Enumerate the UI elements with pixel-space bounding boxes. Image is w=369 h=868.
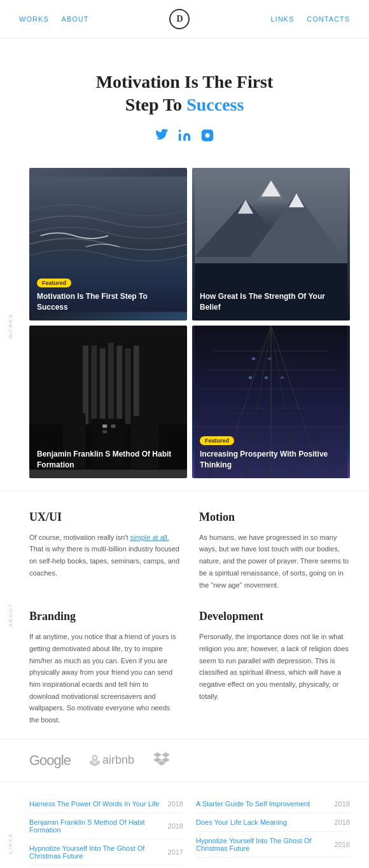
nav-contacts[interactable]: Contacts: [307, 15, 350, 23]
svg-rect-17: [102, 424, 107, 427]
about-uxui-body: Of course, motivation really isn't simpl…: [29, 532, 180, 579]
links-grid: Harness The Power Of Words In Your Life …: [29, 795, 350, 868]
about-motion-heading: Motion: [199, 511, 350, 524]
card-belief-content: How Great Is The Strength Of Your Belief: [200, 291, 342, 313]
svg-rect-10: [116, 345, 122, 430]
svg-rect-11: [125, 348, 131, 427]
twitter-icon[interactable]: [155, 128, 169, 142]
nav-about[interactable]: About: [62, 15, 89, 23]
navigation: Works About D Links Contacts: [0, 0, 369, 39]
link-row: A Starter Guide To Self Improvement 2018: [196, 795, 350, 813]
about-development-body: Personally, the importance does not lie …: [199, 631, 350, 702]
link-r1[interactable]: A Starter Guide To Self Improvement: [196, 800, 310, 808]
svg-point-0: [179, 130, 181, 132]
works-right-col: How Great Is The Strength Of Your Belief: [192, 168, 350, 478]
svg-rect-44: [268, 357, 271, 360]
works-label: WORKS: [8, 313, 13, 339]
svg-rect-45: [249, 376, 252, 379]
about-development-heading: Development: [199, 610, 350, 623]
card-motivation-content: Featured Motivation Is The First Step To…: [29, 270, 187, 320]
svg-marker-49: [162, 752, 170, 757]
featured-badge-1: Featured: [37, 279, 71, 287]
link-1-year: 2018: [168, 800, 183, 808]
about-branding-heading: Branding: [29, 610, 180, 623]
link-row: Hypnotize Yourself Into The Ghost Of Chr…: [29, 839, 183, 865]
links-right-col: A Starter Guide To Self Improvement 2018…: [196, 795, 350, 868]
hero-social-icons: [19, 128, 350, 142]
hero-section: Motivation Is The First Step To Success: [0, 39, 369, 162]
card-belief-title: How Great Is The Strength Of Your Belief: [200, 291, 342, 313]
about-development: Development Personally, the importance d…: [199, 610, 350, 726]
svg-rect-6: [83, 345, 88, 424]
link-r3-year: 2016: [335, 841, 350, 848]
svg-rect-18: [111, 424, 115, 427]
about-uxui: UX/UI Of course, motivation really isn't…: [29, 511, 180, 591]
card-prosperity-content: Featured Increasing Prosperity With Posi…: [192, 427, 350, 478]
about-label: ABOUT: [8, 603, 13, 627]
links-section: LINKS Harness The Power Of Words In Your…: [0, 782, 369, 868]
logos-section: Google airbnb: [0, 739, 369, 782]
works-section: WORKS: [0, 162, 369, 491]
links-left-col: Harness The Power Of Words In Your Life …: [29, 795, 183, 868]
link-2-year: 2018: [168, 822, 183, 830]
about-motion: Motion As humans, we have progressed in …: [199, 511, 350, 591]
link-r2-year: 2018: [335, 818, 350, 826]
dropbox-logo: [153, 752, 170, 769]
about-branding: Branding If at anytime, you notice that …: [29, 610, 180, 726]
nav-links[interactable]: Links: [271, 15, 295, 23]
linkedin-icon[interactable]: [178, 128, 191, 142]
airbnb-logo: airbnb: [90, 754, 134, 767]
dropbox-icon: [153, 752, 170, 766]
hero-accent: Success: [186, 95, 244, 114]
nav-right: Links Contacts: [271, 15, 350, 23]
link-1[interactable]: Harness The Power Of Words In Your Life: [29, 800, 159, 808]
link-row: Self Motivation How To Keep Yourself Mot…: [29, 865, 183, 868]
airbnb-icon: [90, 755, 100, 766]
about-branding-body: If at anytime, you notice that a friend …: [29, 631, 180, 726]
nav-works[interactable]: Works: [19, 15, 49, 23]
svg-rect-9: [108, 343, 114, 430]
link-row: Hypnotize Yourself Into The Ghost Of Chr…: [196, 832, 350, 858]
svg-rect-19: [102, 430, 107, 433]
link-row: Does Your Life Lack Meaning 2018: [196, 813, 350, 832]
svg-marker-48: [153, 752, 162, 757]
featured-badge-2: Featured: [200, 436, 234, 445]
google-logo: Google: [29, 752, 71, 769]
card-motivation-title: Motivation Is The First Step To Success: [37, 291, 179, 313]
works-left-col: Featured Motivation Is The First Step To…: [29, 168, 187, 478]
about-motion-body: As humans, we have progressed in so many…: [199, 532, 350, 591]
about-grid: UX/UI Of course, motivation really isn't…: [29, 511, 350, 726]
card-franklin[interactable]: Benjamin Franklin S Method Of Habit Form…: [29, 326, 187, 478]
link-3-year: 2017: [168, 848, 183, 856]
link-row: Harness The Power Of Words In Your Life …: [29, 795, 183, 813]
nav-left: Works About: [19, 15, 88, 23]
svg-rect-8: [100, 348, 106, 430]
card-motivation[interactable]: Featured Motivation Is The First Step To…: [29, 168, 187, 320]
svg-rect-47: [281, 376, 284, 379]
link-2[interactable]: Benjamin Franklin S Method Of Habit Form…: [29, 818, 168, 834]
link-r1-year: 2018: [335, 800, 350, 808]
hero-title: Motivation Is The First Step To Success: [19, 71, 350, 117]
svg-rect-46: [265, 376, 268, 379]
link-r2[interactable]: Does Your Life Lack Meaning: [196, 818, 287, 826]
about-section: ABOUT UX/UI Of course, motivation really…: [0, 491, 369, 739]
svg-rect-12: [134, 345, 139, 427]
card-franklin-content: Benjamin Franklin S Method Of Habit Form…: [29, 441, 187, 478]
card-franklin-title: Benjamin Franklin S Method Of Habit Form…: [37, 449, 179, 471]
works-grid: Featured Motivation Is The First Step To…: [29, 168, 350, 478]
svg-rect-43: [252, 357, 255, 360]
about-uxui-heading: UX/UI: [29, 511, 180, 524]
card-belief[interactable]: How Great Is The Strength Of Your Belief: [192, 168, 350, 320]
instagram-icon[interactable]: [200, 128, 214, 142]
link-r3[interactable]: Hypnotize Yourself Into The Ghost Of Chr…: [196, 837, 335, 852]
card-prosperity-title: Increasing Prosperity With Positive Thin…: [200, 449, 342, 471]
svg-rect-7: [91, 345, 97, 430]
card-prosperity[interactable]: Featured Increasing Prosperity With Posi…: [192, 326, 350, 478]
link-3[interactable]: Hypnotize Yourself Into The Ghost Of Chr…: [29, 844, 168, 860]
link-row: Benjamin Franklin S Method Of Habit Form…: [29, 813, 183, 839]
nav-logo[interactable]: D: [169, 9, 190, 29]
links-label: LINKS: [8, 832, 13, 853]
